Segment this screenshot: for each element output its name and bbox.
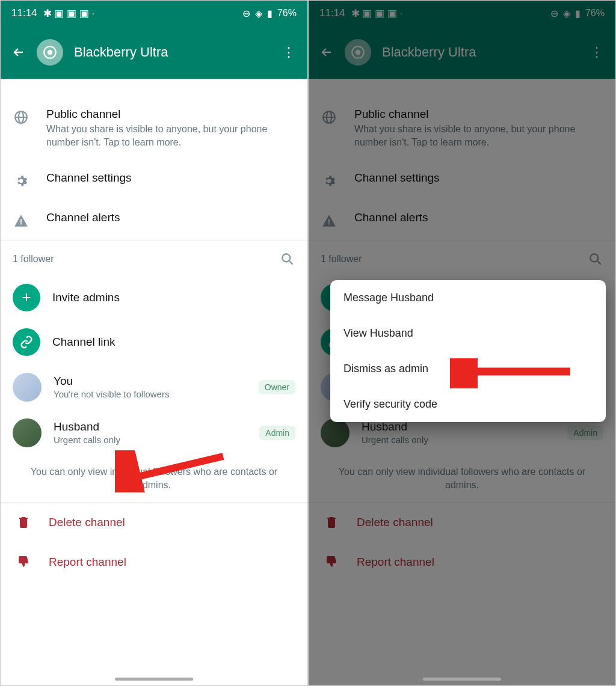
channel-avatar-icon[interactable] <box>345 39 371 66</box>
status-bar: 11:14 ✱ ▣ ▣ ▣ · ⊖ ◈ ▮ 76% <box>1 1 307 26</box>
search-icon[interactable] <box>588 251 603 267</box>
report-channel-row[interactable]: Report channel <box>1 542 307 582</box>
status-app-icons: ✱ ▣ ▣ ▣ · <box>351 7 403 20</box>
menu-dots-icon[interactable]: ⋮ <box>585 44 608 60</box>
svg-point-1 <box>48 50 53 55</box>
menu-dots-icon[interactable]: ⋮ <box>277 44 300 60</box>
left-screenshot: 11:14 ✱ ▣ ▣ ▣ · ⊖ ◈ ▮ 76% Blackberry Ult… <box>0 0 308 686</box>
trash-icon <box>16 515 32 530</box>
channel-alerts-label: Channel alerts <box>46 211 295 224</box>
public-channel-row[interactable]: Public channel What you share is visible… <box>309 97 615 161</box>
back-arrow-icon[interactable] <box>319 45 334 60</box>
channel-link-row[interactable]: Channel link <box>1 320 307 364</box>
invite-admins-row[interactable]: + Invite admins <box>1 275 307 320</box>
channel-settings-label: Channel settings <box>46 171 295 185</box>
invite-admins-label: Invite admins <box>52 291 295 304</box>
member-you-name: You <box>54 375 247 388</box>
search-icon[interactable] <box>280 251 295 267</box>
annotation-arrow-icon <box>450 358 576 388</box>
thumbs-down-icon <box>16 554 32 570</box>
avatar <box>13 373 42 402</box>
battery-icon: ▮ <box>267 8 273 19</box>
channel-alerts-row[interactable]: Channel alerts <box>1 200 307 240</box>
member-you-sub: You're not visible to followers <box>54 389 247 399</box>
delete-channel-label: Delete channel <box>49 516 125 529</box>
follower-count: 1 follower <box>13 254 54 265</box>
app-header: Blackberry Ultra ⋮ <box>309 26 615 79</box>
avatar <box>13 418 42 447</box>
member-husband-name: Husband <box>54 420 247 433</box>
back-arrow-icon[interactable] <box>11 45 26 60</box>
delete-channel-row[interactable]: Delete channel <box>309 503 615 542</box>
alert-icon <box>321 212 337 229</box>
globe-icon <box>13 109 29 126</box>
delete-channel-row[interactable]: Delete channel <box>1 503 307 542</box>
gear-icon <box>13 173 29 189</box>
followers-header: 1 follower <box>1 240 307 275</box>
svg-point-2 <box>282 254 290 262</box>
thumbs-down-icon <box>324 554 340 570</box>
status-time: 11:14 <box>319 7 345 19</box>
svg-point-5 <box>356 50 361 55</box>
right-screenshot: 11:14 ✱ ▣ ▣ ▣ · ⊖ ◈ ▮ 76% Blackberry Ult… <box>308 0 616 686</box>
nav-handle <box>115 678 193 681</box>
channel-alerts-row[interactable]: Channel alerts <box>309 200 615 240</box>
globe-icon <box>321 109 337 126</box>
member-you-row[interactable]: You You're not visible to followers Owne… <box>1 364 307 410</box>
app-header: Blackberry Ultra ⋮ <box>1 26 307 79</box>
battery-percent: 76% <box>277 8 297 19</box>
dnd-icon: ⊖ <box>242 8 250 19</box>
annotation-arrow-icon <box>115 450 229 492</box>
channel-settings-row[interactable]: Channel settings <box>1 161 307 200</box>
popup-verify-code[interactable]: Verify security code <box>330 387 606 422</box>
status-time: 11:14 <box>11 7 37 19</box>
header-title[interactable]: Blackberry Ultra <box>74 44 168 60</box>
popup-view-husband[interactable]: View Husband <box>330 316 606 351</box>
gear-icon <box>321 173 337 189</box>
member-husband-sub: Urgent calls only <box>54 435 247 445</box>
context-menu: Message Husband View Husband Dismiss as … <box>330 280 606 422</box>
svg-line-3 <box>127 456 223 479</box>
admin-badge: Admin <box>259 426 295 440</box>
wifi-icon: ◈ <box>563 8 570 19</box>
trash-icon <box>324 515 340 530</box>
alert-icon <box>13 212 29 229</box>
nav-handle <box>423 678 501 681</box>
status-app-icons: ✱ ▣ ▣ ▣ · <box>43 7 95 20</box>
channel-settings-row[interactable]: Channel settings <box>309 161 615 200</box>
member-husband-row[interactable]: Husband Urgent calls only Admin <box>1 410 307 456</box>
header-title: Blackberry Ultra <box>382 44 476 60</box>
plus-icon: + <box>13 284 40 311</box>
wifi-icon: ◈ <box>255 8 262 19</box>
channel-link-label: Channel link <box>52 335 295 349</box>
public-channel-sub: What you share is visible to anyone, but… <box>46 123 295 150</box>
owner-badge: Owner <box>259 380 295 394</box>
dnd-icon: ⊖ <box>550 8 558 19</box>
status-bar: 11:14 ✱ ▣ ▣ ▣ · ⊖ ◈ ▮ 76% <box>309 1 615 26</box>
report-channel-label: Report channel <box>49 556 126 569</box>
avatar <box>321 418 350 447</box>
public-channel-row[interactable]: Public channel What you share is visible… <box>1 97 307 161</box>
followers-header: 1 follower <box>309 240 615 275</box>
report-channel-row[interactable]: Report channel <box>309 542 615 582</box>
battery-icon: ▮ <box>575 8 581 19</box>
channel-avatar-icon[interactable] <box>37 39 63 66</box>
battery-percent: 76% <box>585 8 605 19</box>
svg-point-6 <box>590 254 598 262</box>
public-channel-title: Public channel <box>46 108 295 121</box>
popup-message-husband[interactable]: Message Husband <box>330 280 606 316</box>
link-icon <box>13 328 40 356</box>
